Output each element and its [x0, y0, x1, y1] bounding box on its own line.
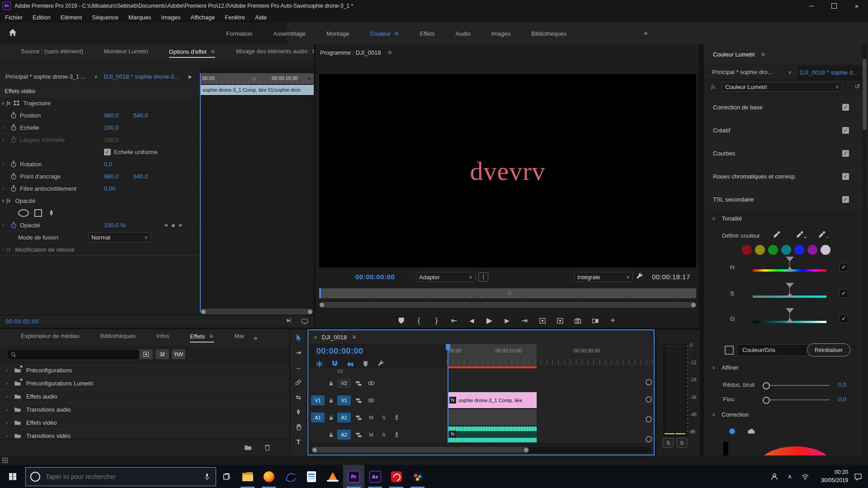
go-to-in-button[interactable]: ⇤ [450, 317, 458, 325]
solo-button[interactable]: S [379, 430, 389, 440]
taskbar-app-document[interactable] [301, 465, 322, 488]
expand-icon[interactable]: › [0, 380, 14, 386]
menu-item[interactable]: Marques [123, 14, 156, 21]
slider-knob[interactable] [763, 382, 770, 389]
mute-button[interactable]: M [366, 430, 376, 440]
taskbar-app-vlc[interactable] [322, 465, 343, 488]
master-clip-selector[interactable]: Principal * sophie drone-3_1 ... [5, 73, 94, 80]
wheel-luma-bar[interactable] [723, 442, 728, 455]
close-button[interactable]: × [845, 0, 868, 12]
stopwatch-icon[interactable] [10, 160, 17, 168]
menu-item[interactable]: Séquence [87, 14, 123, 21]
effect-opacity-row[interactable]: ∨fx Opacité ↺ [0, 195, 208, 207]
program-playhead[interactable] [319, 288, 321, 298]
step-back-button[interactable]: ◀ [468, 317, 476, 325]
menu-item[interactable]: Images [156, 14, 186, 21]
lumetri-scrollbar[interactable] [862, 44, 867, 455]
taskbar-app-dark[interactable] [279, 465, 301, 488]
program-horizontal-scrollbar[interactable] [319, 302, 696, 308]
track-scroll-handle[interactable] [646, 416, 652, 422]
correction-dot-icon[interactable] [729, 428, 735, 434]
effects-folder-row[interactable]: › ★ Préconfigurations [0, 364, 289, 377]
stopwatch-icon[interactable] [10, 112, 17, 119]
menu-item[interactable]: Edition [28, 14, 56, 21]
menu-item[interactable]: Aide [250, 14, 272, 21]
trash-icon[interactable] [264, 444, 271, 451]
play-button[interactable]: ▶ [486, 317, 494, 325]
lumetri-section-row[interactable]: Créatif ✓ [704, 119, 868, 142]
channel-checkbox[interactable]: ✓ [840, 263, 848, 272]
reset-icon[interactable]: ↺ [854, 83, 860, 90]
workspace-tab[interactable]: Montage≡ [326, 30, 349, 37]
panel-menu-icon[interactable]: ≡ [209, 333, 213, 340]
pen-mask-icon[interactable] [47, 209, 55, 217]
lane-v2[interactable] [447, 375, 655, 392]
timeline-ruler[interactable]: 00:00 00:00:15:00 00:00:30:00 [447, 344, 653, 367]
sync-lock-icon[interactable] [354, 395, 363, 405]
source-patch-v1[interactable]: V1 [311, 395, 325, 405]
taskbar-app-explorer[interactable] [237, 465, 258, 488]
program-scrub-bar[interactable]: ||| [319, 288, 696, 298]
add-marker-button[interactable] [397, 317, 406, 325]
lift-button[interactable] [538, 317, 547, 325]
track-select-tool[interactable]: ⇥ [294, 348, 303, 357]
section-enabled-checkbox[interactable]: ✓ [842, 173, 849, 180]
track-name[interactable]: V1 [337, 395, 351, 405]
mute-button[interactable]: M [366, 413, 376, 422]
new-bin-icon[interactable] [244, 444, 252, 451]
blur-value[interactable]: 0,0 [838, 396, 846, 403]
razor-tool[interactable] [294, 378, 303, 387]
expand-icon[interactable]: › [0, 125, 6, 130]
export-frame-button[interactable] [574, 317, 582, 325]
taskbar-search[interactable] [25, 467, 216, 486]
color-swatch[interactable] [794, 245, 804, 255]
expand-timeline-icon[interactable]: ▶ [189, 74, 192, 79]
cloud-icon[interactable] [747, 427, 756, 436]
zoom-level-dropdown[interactable]: Adapter∨ [416, 272, 476, 282]
expand-icon[interactable]: › [0, 186, 6, 191]
lock-icon[interactable] [326, 395, 335, 405]
rotation-value[interactable]: 0,0 [104, 161, 112, 168]
position-y-value[interactable]: 540,0 [133, 112, 148, 119]
comparison-view-button[interactable] [591, 317, 599, 325]
sequence-tab[interactable]: DJI_0018 [322, 334, 347, 341]
network-wifi-icon[interactable] [797, 473, 813, 481]
hand-tool[interactable] [294, 422, 303, 432]
lock-icon[interactable] [326, 413, 335, 422]
reset-button[interactable]: Réinitialiser [807, 343, 850, 357]
mark-out-button[interactable]: } [433, 317, 441, 325]
track-scroll-handle[interactable] [646, 396, 652, 403]
tonality-section-header[interactable]: ∨Tonalité [712, 215, 742, 222]
expand-icon[interactable]: › [0, 161, 6, 167]
section-enabled-checkbox[interactable]: ✓ [842, 127, 849, 134]
lock-icon[interactable] [326, 430, 335, 440]
nest-sequence-icon[interactable] [316, 360, 323, 368]
ec-current-time[interactable]: 00:00:00:00 [5, 318, 39, 325]
pen-tool[interactable] [294, 408, 303, 417]
menu-item[interactable]: Elément [56, 14, 87, 21]
effects-folder-row[interactable]: › ★ Effets audio [0, 390, 289, 403]
search-input[interactable] [45, 473, 198, 481]
position-x-value[interactable]: 960,0 [104, 112, 119, 119]
button-editor-button[interactable]: + [609, 317, 617, 325]
panel-tabs-overflow-icon[interactable]: » [254, 334, 257, 342]
effects-folder-row[interactable]: › ★ Préconfigurations Lumetri [0, 377, 289, 390]
solo-left-button[interactable]: S [663, 438, 674, 448]
panel-tab[interactable]: Source : (sans élément)≡ [21, 48, 83, 58]
minimize-button[interactable] [800, 0, 823, 12]
panel-tab[interactable]: Mixage des éléments audio : DJ≡ [236, 48, 314, 58]
keyframe-add-icon[interactable]: ◆ [171, 222, 175, 228]
close-panel-icon[interactable]: × [314, 334, 317, 341]
linked-selection-icon[interactable] [346, 360, 354, 368]
slider-track[interactable] [765, 385, 830, 386]
sequence-clip-label[interactable]: DJI_0018 * sophie d... [797, 66, 868, 80]
toggle-output-eye-icon[interactable] [366, 395, 376, 405]
timeline-horizontal-scrollbar[interactable] [312, 447, 650, 453]
workspace-tab[interactable]: Audio≡ [455, 30, 470, 37]
lane-v3[interactable] [447, 368, 655, 375]
workspace-tab[interactable]: Formation≡ [226, 30, 253, 37]
taskbar-app-premiere[interactable]: Pr [343, 465, 364, 488]
color-swatch[interactable] [781, 245, 791, 255]
home-button[interactable] [8, 28, 17, 37]
lumetri-section-row[interactable]: Courbes ✓ [704, 142, 868, 165]
